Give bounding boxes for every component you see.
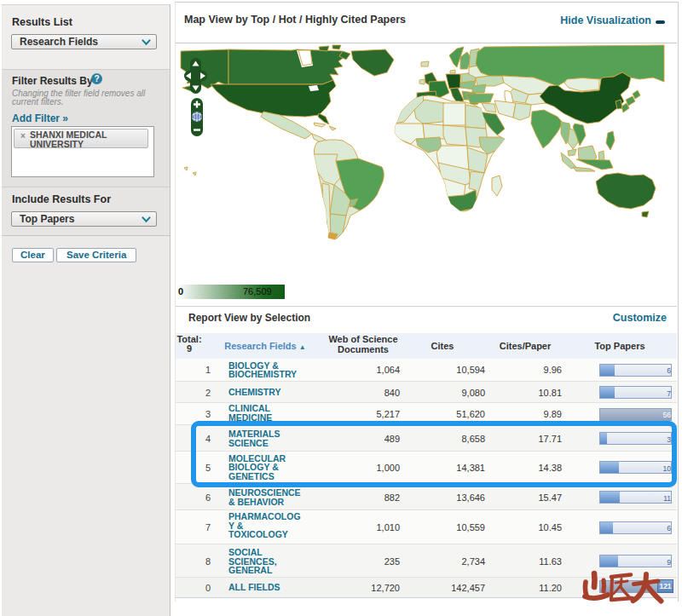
- svg-text:76,509: 76,509: [243, 286, 272, 296]
- svg-text:0: 0: [178, 286, 183, 296]
